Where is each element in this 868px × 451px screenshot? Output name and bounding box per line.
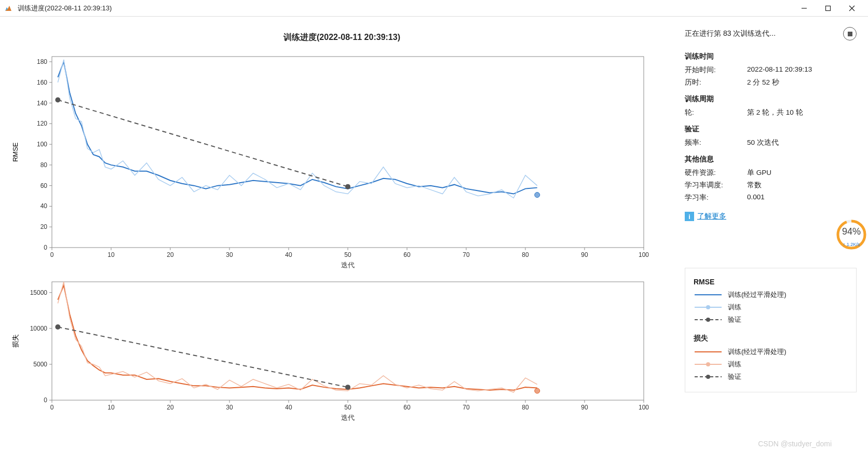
svg-text:40: 40	[285, 251, 292, 258]
minimize-button[interactable]	[792, 0, 816, 17]
svg-text:90: 90	[581, 251, 588, 258]
svg-text:20: 20	[167, 251, 174, 258]
svg-rect-54	[52, 282, 644, 400]
label-epoch: 轮:	[685, 108, 747, 117]
heading-validation: 验证	[685, 125, 857, 134]
value-frequency: 50 次迭代	[747, 138, 857, 147]
value-hardware: 单 GPU	[747, 168, 857, 177]
svg-point-89	[535, 388, 540, 393]
value-start-time: 2022-08-11 20:39:13	[747, 65, 857, 75]
close-button[interactable]	[840, 0, 864, 17]
svg-text:迭代: 迭代	[341, 261, 355, 269]
maximize-button[interactable]	[816, 0, 840, 17]
svg-text:100: 100	[639, 251, 649, 258]
legend-rmse-train: 训练	[694, 303, 848, 312]
svg-text:40: 40	[285, 404, 292, 411]
svg-text:140: 140	[37, 100, 47, 107]
svg-text:0: 0	[44, 244, 47, 251]
label-start-time: 开始时间:	[685, 65, 747, 75]
svg-text:15000: 15000	[30, 289, 48, 296]
gauge-percent: 94%	[836, 226, 867, 237]
svg-point-92	[706, 305, 710, 309]
legend-rmse-train-smoothed: 训练(经过平滑处理)	[694, 290, 848, 299]
legend-loss-heading: 损失	[694, 334, 848, 343]
window-title: 训练进度(2022-08-11 20:39:13)	[18, 4, 112, 13]
label-lr: 学习率:	[685, 193, 747, 202]
svg-text:0: 0	[50, 251, 54, 258]
svg-text:80: 80	[40, 161, 48, 169]
svg-point-52	[345, 184, 350, 189]
svg-text:100: 100	[639, 404, 649, 411]
stop-icon	[848, 32, 852, 36]
svg-text:损失: 损失	[11, 334, 19, 348]
svg-text:20: 20	[40, 223, 48, 230]
svg-point-99	[706, 375, 710, 379]
window-titlebar: 训练进度(2022-08-11 20:39:13)	[0, 0, 868, 17]
svg-text:50: 50	[344, 404, 351, 411]
svg-text:60: 60	[40, 182, 48, 189]
progress-gauge: 94% ↑ 1.2K/s	[836, 219, 867, 250]
svg-text:30: 30	[226, 404, 233, 411]
heading-training-time: 训练时间	[685, 52, 857, 61]
svg-point-51	[55, 98, 60, 103]
stop-button[interactable]	[843, 27, 857, 40]
gauge-rate: ↑ 1.2K/s	[836, 242, 867, 247]
svg-text:80: 80	[522, 404, 529, 411]
svg-text:180: 180	[37, 58, 47, 65]
legend-rmse-validation: 验证	[694, 315, 848, 324]
main-chart-title: 训练进度(2022-08-11 20:39:13)	[10, 32, 673, 43]
label-hardware: 硬件资源:	[685, 168, 747, 177]
rmse-chart: 0102030405060708090100020406080100120140…	[10, 46, 673, 277]
svg-point-87	[55, 324, 60, 330]
svg-text:60: 60	[403, 404, 411, 411]
charts-panel: 训练进度(2022-08-11 20:39:13) 01020304050607…	[0, 17, 679, 451]
heading-training-cycle: 训练周期	[685, 94, 857, 104]
svg-text:40: 40	[40, 202, 48, 210]
legend-rmse-heading: RMSE	[694, 278, 848, 286]
learn-more-row: i 了解更多	[685, 212, 857, 221]
svg-text:70: 70	[463, 404, 470, 411]
legend-loss-validation: 验证	[694, 372, 848, 381]
legend-panel: RMSE 训练(经过平滑处理) 训练 验证 损失 训练(经过平滑处理) 训练	[685, 268, 857, 392]
svg-text:20: 20	[167, 404, 174, 411]
svg-rect-6	[52, 57, 644, 248]
svg-text:迭代: 迭代	[341, 414, 355, 421]
label-elapsed: 历时:	[685, 78, 747, 87]
svg-text:10: 10	[107, 251, 115, 258]
value-epoch: 第 2 轮，共 10 轮	[747, 108, 857, 117]
label-frequency: 频率:	[685, 138, 747, 147]
svg-text:30: 30	[226, 251, 233, 258]
matlab-app-icon	[4, 4, 13, 13]
legend-loss-train-smoothed: 训练(经过平滑处理)	[694, 347, 848, 357]
legend-loss-train: 训练	[694, 360, 848, 369]
loss-chart: 0102030405060708090100050001000015000迭代损…	[10, 277, 673, 429]
label-lr-schedule: 学习率调度:	[685, 181, 747, 190]
value-lr-schedule: 常数	[747, 181, 857, 190]
svg-point-94	[706, 318, 710, 322]
svg-text:5000: 5000	[33, 361, 47, 368]
heading-other: 其他信息	[685, 155, 857, 164]
info-icon: i	[685, 212, 694, 221]
svg-text:100: 100	[37, 141, 47, 148]
svg-point-88	[345, 385, 350, 390]
svg-text:120: 120	[37, 120, 47, 127]
svg-text:70: 70	[463, 251, 470, 258]
svg-text:10000: 10000	[30, 325, 48, 332]
status-text: 正在进行第 83 次训练迭代...	[685, 29, 776, 38]
svg-text:160: 160	[37, 79, 47, 86]
svg-rect-3	[826, 6, 831, 10]
svg-text:80: 80	[522, 251, 529, 258]
svg-text:90: 90	[581, 404, 588, 411]
value-elapsed: 2 分 52 秒	[747, 78, 857, 87]
svg-point-53	[535, 193, 540, 198]
svg-text:RMSE: RMSE	[11, 142, 19, 162]
svg-text:50: 50	[344, 251, 351, 258]
value-lr: 0.001	[747, 193, 857, 202]
svg-text:0: 0	[50, 404, 54, 411]
learn-more-link[interactable]: 了解更多	[697, 212, 726, 221]
svg-point-97	[706, 362, 710, 366]
svg-text:60: 60	[403, 251, 411, 258]
svg-text:10: 10	[107, 404, 115, 411]
svg-text:0: 0	[44, 397, 47, 404]
